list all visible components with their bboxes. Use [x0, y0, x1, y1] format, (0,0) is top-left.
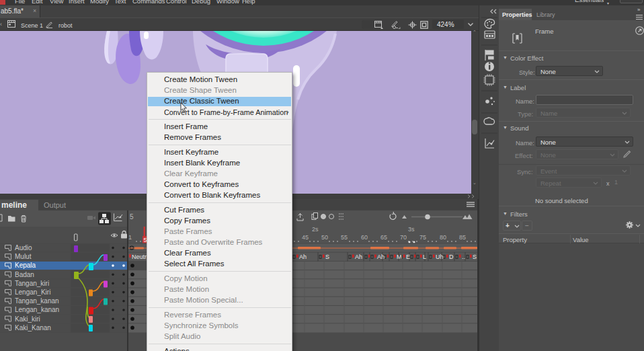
svg-text:80: 80 [440, 234, 446, 241]
svg-text:Audio: Audio [15, 244, 32, 251]
svg-text:5: 5 [130, 213, 134, 221]
svg-text:Tangan_kanan: Tangan_kanan [15, 297, 59, 305]
svg-text:Mulut: Mulut [15, 253, 32, 260]
svg-text:Kepala: Kepala [15, 262, 36, 269]
svg-text:S: S [473, 254, 477, 260]
svg-text:Ah: Ah [355, 254, 362, 260]
svg-text:Lengan_kanan: Lengan_kanan [15, 306, 59, 313]
svg-text:70: 70 [400, 234, 407, 241]
svg-text:S: S [325, 254, 329, 260]
svg-text:50: 50 [321, 234, 328, 241]
svg-text:1: 1 [128, 234, 132, 241]
svg-text:Uh: Uh [436, 254, 444, 260]
svg-text:2s: 2s [312, 226, 319, 233]
svg-text:Badan: Badan [15, 271, 34, 278]
svg-text:E: E [406, 254, 410, 260]
svg-text:Lengan_Kiri: Lengan_Kiri [15, 288, 50, 296]
svg-text:Tangan_kiri: Tangan_kiri [15, 280, 49, 287]
svg-text:L: L [423, 254, 426, 260]
svg-text:meline: meline [1, 200, 27, 210]
svg-text:55: 55 [341, 234, 348, 241]
svg-text:60: 60 [361, 234, 368, 241]
svg-text:D: D [449, 254, 454, 260]
svg-text:Kaki_kiri: Kaki_kiri [15, 315, 40, 323]
svg-text:3s: 3s [408, 226, 415, 233]
svg-text:65: 65 [380, 234, 387, 241]
svg-text:Neutr: Neutr [132, 254, 147, 260]
svg-text:M: M [397, 254, 402, 260]
svg-text:..: .. [462, 254, 465, 260]
svg-text:75: 75 [419, 234, 426, 241]
svg-text:45: 45 [302, 234, 309, 241]
svg-text:Output: Output [44, 201, 66, 209]
svg-text:Ah: Ah [377, 254, 385, 260]
svg-text:Kaki_Kanan: Kaki_Kanan [15, 324, 51, 332]
svg-text:Ah: Ah [299, 254, 307, 260]
svg-text:85: 85 [459, 234, 466, 241]
